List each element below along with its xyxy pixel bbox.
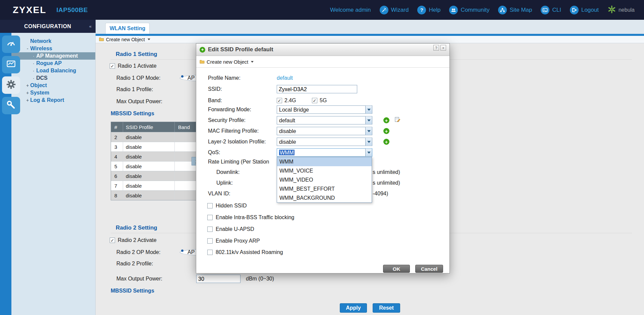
ssid-row: SSID: <box>196 85 449 93</box>
dashboard-tile[interactable] <box>2 36 20 53</box>
community-link[interactable]: Community <box>449 6 489 14</box>
wizard-link[interactable]: Wizard <box>380 6 409 14</box>
configuration-title: CONFIGURATION <box>24 23 71 29</box>
nebula-link[interactable]: nebula <box>607 5 635 15</box>
community-icon <box>449 6 458 14</box>
add-layer2-isolation-button[interactable]: + <box>383 139 389 145</box>
u-apsd-checkbox[interactable] <box>207 227 213 232</box>
hidden-ssid-checkbox[interactable] <box>207 203 213 208</box>
radio2-maxpower-input[interactable] <box>196 275 240 283</box>
wand-icon <box>380 6 388 14</box>
proxy-arp-checkbox[interactable] <box>207 238 213 244</box>
qos-select[interactable]: WMM <box>277 148 372 157</box>
sidebar-item-object[interactable]: +Object <box>11 82 95 89</box>
device-model: IAP500BE <box>56 6 88 14</box>
chevron-down-icon <box>251 61 254 63</box>
cli-link[interactable]: CLI <box>541 6 561 14</box>
configuration-tile[interactable] <box>2 76 20 94</box>
security-profile-select[interactable]: default <box>277 116 372 125</box>
help-link[interactable]: Help <box>417 6 440 14</box>
mac-filtering-row: MAC Filtering Profile: disable + <box>196 127 449 135</box>
dropdown-arrow-icon[interactable] <box>365 138 372 146</box>
create-new-object-button[interactable]: Create new Object <box>96 36 644 43</box>
header-links: Welcome admin Wizard Help Community Site… <box>330 5 635 15</box>
radio2-section-title: Radio 2 Setting <box>116 225 157 231</box>
maintenance-tile[interactable] <box>2 97 20 114</box>
cli-icon <box>541 6 549 14</box>
downlink-suffix: s unlimited) <box>373 169 400 175</box>
qos-option-wmm-best-effort[interactable]: WMM_BEST_EFFORT <box>277 184 372 193</box>
radio2-activate-checkbox[interactable] <box>110 238 115 243</box>
top-header: ZYXEL IAP500BE Welcome admin Wizard Help… <box>0 0 644 20</box>
dialog-create-new-object-button[interactable]: Create new Object <box>196 56 449 68</box>
intra-bss-checkbox[interactable] <box>207 215 213 220</box>
band-5g-checkbox[interactable] <box>312 98 317 103</box>
radio1-section-title: Radio 1 Setting <box>116 51 157 58</box>
forwarding-mode-select[interactable]: Local Bridge <box>277 106 372 114</box>
gear-icon <box>6 79 16 91</box>
sidebar-item-rogue-ap[interactable]: ·Rogue AP <box>11 60 95 67</box>
sitemap-icon <box>498 6 507 14</box>
qos-option-wmm-video[interactable]: WMM_VIDEO <box>277 175 372 184</box>
sidebar-item-network[interactable]: Network <box>11 38 95 45</box>
create-object-icon <box>99 37 104 42</box>
profile-name-row: Profile Name: default <box>196 74 449 82</box>
vlan-suffix: -4094) <box>373 191 388 197</box>
band-24g-checkbox[interactable] <box>277 98 282 103</box>
collapse-sidebar-icon[interactable]: « <box>89 24 92 29</box>
dropdown-arrow-icon[interactable] <box>365 127 372 135</box>
qos-option-wmm-background[interactable]: WMM_BACKGROUND <box>277 193 372 202</box>
radio2-mbssid-title: MBSSID Settings <box>111 288 154 294</box>
nav-tree: Network -Wireless ·AP Management ·Rogue … <box>11 33 95 104</box>
sidebar-tiles <box>2 36 20 114</box>
dialog-body: Profile Name: default SSID: Band: 2.4G 5… <box>196 68 449 273</box>
configuration-title-bar: CONFIGURATION « <box>0 20 96 33</box>
sitemap-link[interactable]: Site Map <box>498 6 532 14</box>
layer2-isolation-row: Layer-2 Isolation Profile: disable + <box>196 137 449 146</box>
reset-button[interactable]: Reset <box>373 303 400 313</box>
forwarding-mode-row: Forwarding Mode: Local Bridge <box>196 105 449 114</box>
sidebar-item-dcs[interactable]: ·DCS <box>11 74 95 82</box>
dropdown-arrow-icon[interactable] <box>365 106 372 114</box>
apply-button[interactable]: Apply <box>340 303 367 313</box>
dialog-close-button[interactable]: × <box>440 45 446 51</box>
welcome-text: Welcome admin <box>330 7 371 13</box>
qos-option-wmm[interactable]: WMM <box>277 157 372 166</box>
add-mac-filtering-button[interactable]: + <box>383 128 389 134</box>
monitor-tile[interactable] <box>2 56 20 73</box>
chart-icon <box>6 59 16 70</box>
sidebar-item-log-report[interactable]: +Log & Report <box>11 97 95 104</box>
radio1-activate-checkbox[interactable] <box>110 63 115 69</box>
sidebar-item-ap-management[interactable]: ·AP Management <box>11 52 95 60</box>
uplink-suffix: s unlimited) <box>373 180 400 186</box>
sidebar-item-wireless[interactable]: -Wireless <box>11 45 95 52</box>
gauge-icon <box>6 39 16 50</box>
sidebar-nav-panel: Network -Wireless ·AP Management ·Rogue … <box>11 33 96 315</box>
cancel-button[interactable]: Cancel <box>415 265 443 273</box>
sidebar-item-load-balancing[interactable]: ·Load Balancing <box>11 67 95 74</box>
nebula-icon <box>607 5 616 15</box>
qos-option-wmm-voice[interactable]: WMM_VOICE <box>277 166 372 175</box>
assisted-roaming-row: 802.11k/v Assisted Roaming <box>196 249 449 256</box>
mac-filtering-select[interactable]: disable <box>277 127 372 135</box>
tab-wlan-setting[interactable]: WLAN Setting <box>105 23 150 34</box>
dropdown-arrow-icon[interactable] <box>365 149 372 156</box>
assisted-roaming-checkbox[interactable] <box>207 250 213 255</box>
dialog-help-button[interactable]: ? <box>433 45 439 51</box>
logout-icon <box>570 6 579 14</box>
chevron-down-icon <box>148 39 150 40</box>
intra-bss-row: Enable Intra-BSS Traffic blocking <box>196 214 449 221</box>
logout-link[interactable]: Logout <box>570 6 599 14</box>
edit-ssid-profile-dialog: + Edit SSID Profile default ? × Create n… <box>196 43 450 273</box>
layer2-isolation-select[interactable]: disable <box>277 138 372 146</box>
qos-dropdown-list: WMM WMM_VOICE WMM_VIDEO WMM_BEST_EFFORT … <box>277 157 372 203</box>
add-security-profile-button[interactable]: + <box>383 117 389 123</box>
radio1-mbssid-title: MBSSID Settings <box>111 111 154 117</box>
sidebar-item-system[interactable]: +System <box>11 89 95 97</box>
dialog-title: Edit SSID Profile default <box>208 46 273 53</box>
edit-security-profile-button[interactable] <box>394 117 400 124</box>
dropdown-arrow-icon[interactable] <box>365 117 372 124</box>
ok-button[interactable]: OK <box>383 265 410 273</box>
ssid-input[interactable] <box>277 85 357 93</box>
band-row: Band: 2.4G 5G <box>196 96 449 105</box>
